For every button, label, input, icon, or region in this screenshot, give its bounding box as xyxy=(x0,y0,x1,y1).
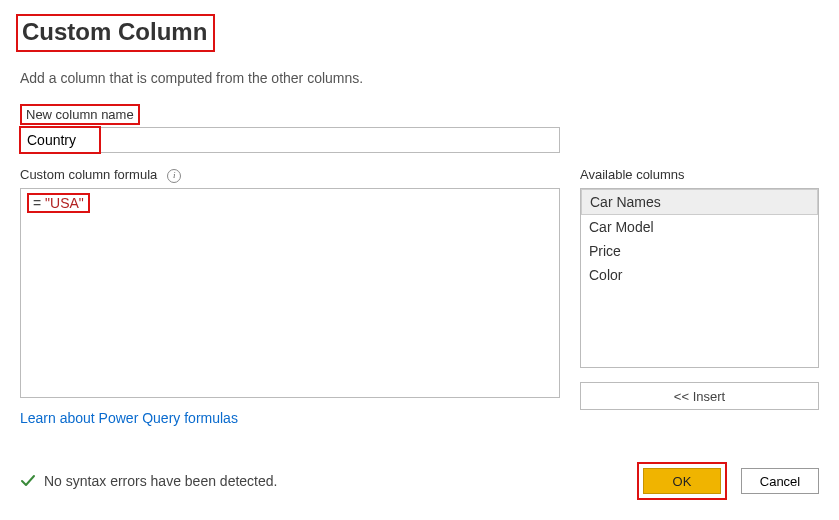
dialog-title: Custom Column xyxy=(16,14,215,52)
cancel-button[interactable]: Cancel xyxy=(741,468,819,494)
available-columns-list[interactable]: Car Names Car Model Price Color xyxy=(580,188,819,368)
formula-text-highlight: = "USA" xyxy=(27,193,90,213)
insert-button[interactable]: << Insert xyxy=(580,382,819,410)
formula-editor[interactable]: = "USA" xyxy=(20,188,560,398)
available-columns-label: Available columns xyxy=(580,165,689,184)
status-text: No syntax errors have been detected. xyxy=(44,473,277,489)
learn-link[interactable]: Learn about Power Query formulas xyxy=(20,410,238,426)
list-item[interactable]: Price xyxy=(581,239,818,263)
formula-string: "USA" xyxy=(45,195,84,211)
new-column-name-label: New column name xyxy=(20,104,140,125)
ok-button-highlight: OK xyxy=(637,462,727,500)
formula-equals: = xyxy=(33,195,45,211)
list-item[interactable]: Car Names xyxy=(581,189,818,215)
info-icon[interactable]: i xyxy=(167,169,181,183)
list-item[interactable]: Car Model xyxy=(581,215,818,239)
formula-label: Custom column formula xyxy=(20,165,161,184)
new-column-name-input[interactable] xyxy=(21,128,99,152)
new-column-name-field-wrap[interactable] xyxy=(20,127,560,153)
list-item[interactable]: Color xyxy=(581,263,818,287)
new-column-name-highlight xyxy=(19,126,101,154)
status-row: No syntax errors have been detected. xyxy=(20,473,277,489)
check-icon xyxy=(20,473,36,489)
dialog-description: Add a column that is computed from the o… xyxy=(20,70,819,86)
ok-button[interactable]: OK xyxy=(643,468,721,494)
